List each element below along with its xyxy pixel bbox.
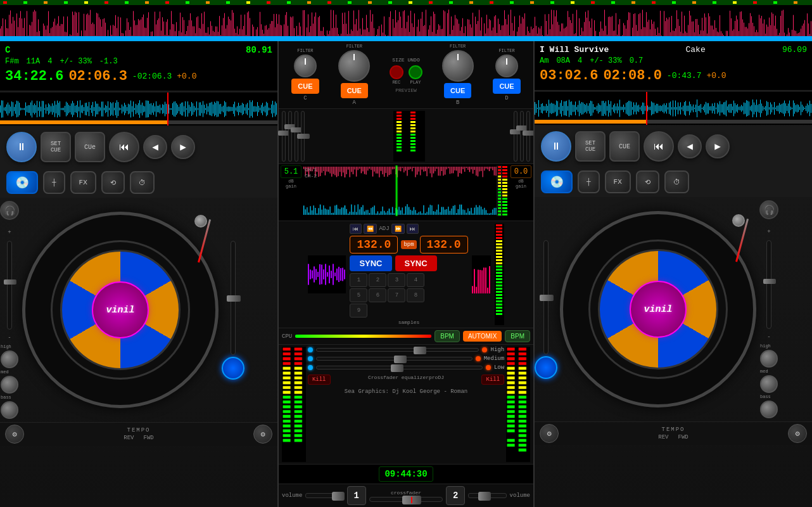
mixer-bpm-right-button[interactable]: BPM: [505, 330, 530, 342]
mixer-eq-high-thumb[interactable]: [414, 347, 426, 354]
deck-right-pitch-slider[interactable]: [543, 240, 549, 354]
mixer-filter-b-knob[interactable]: [442, 50, 474, 82]
mixer-fader-a[interactable]: [288, 111, 292, 162]
deck-left-loop-button[interactable]: ⟲: [101, 171, 125, 194]
mixer-eq-high-track[interactable]: [316, 348, 479, 352]
mixer-crossfader-thumb[interactable]: [402, 496, 421, 504]
mixer-filter-c-knob[interactable]: [294, 55, 317, 77]
mixer-fader-b2[interactable]: [520, 111, 524, 162]
mixer-pad-9[interactable]: 9: [350, 304, 367, 318]
mixer-fader-a3[interactable]: [301, 111, 305, 162]
deck-left-pitch-slider[interactable]: [231, 241, 236, 355]
mixer-pad-6[interactable]: 6: [369, 288, 386, 302]
mixer-cue-a-button[interactable]: CUE: [341, 83, 368, 98]
mixer-crossfader-track[interactable]: [369, 497, 443, 502]
mixer-automix-button[interactable]: AUTOMIX: [463, 331, 502, 342]
mixer-fader-d[interactable]: [526, 111, 530, 162]
deck-left-pitch-thumb[interactable]: [227, 295, 241, 302]
mixer-fader-b[interactable]: [514, 111, 517, 162]
mixer-eq-med-track[interactable]: [316, 357, 473, 361]
deck-left-eq-button[interactable]: ┼: [43, 171, 65, 194]
deck-left-fx-button[interactable]: FX: [70, 171, 96, 194]
deck-right-settings-button[interactable]: ⚙: [788, 424, 807, 443]
mixer-bpm-left-button[interactable]: BPM: [435, 330, 460, 342]
deck-right-pause-button[interactable]: ⏸: [541, 131, 571, 162]
deck-left-cue-button[interactable]: CUe: [75, 132, 105, 162]
deck-right-turntable[interactable]: vinil: [560, 211, 756, 408]
mixer-eq-low-right-knob[interactable]: [486, 365, 491, 370]
deck-left-next-button[interactable]: ▶: [171, 135, 195, 159]
deck-left-vinyl-button[interactable]: 💿: [6, 171, 38, 194]
deck-right-prev-button[interactable]: ◀: [678, 134, 702, 158]
deck-left-clock-button[interactable]: ⏱: [130, 171, 155, 194]
deck-right-pitch-thumb[interactable]: [540, 295, 554, 301]
mixer-fader-a3-thumb[interactable]: [297, 134, 310, 139]
deck-right-high-knob[interactable]: [760, 350, 778, 368]
mixer-eq-high-right-knob[interactable]: [482, 347, 487, 352]
mixer-adj-prev-button[interactable]: ⏮: [350, 224, 362, 234]
mixer-filter-d-knob[interactable]: [495, 55, 518, 77]
deck-left-rewind-button[interactable]: ⏮: [109, 132, 139, 162]
deck-right-vinyl-button[interactable]: 💿: [541, 170, 573, 193]
mixer-pad-5[interactable]: 5: [350, 288, 367, 302]
deck-left-volume-thumb[interactable]: [4, 279, 16, 285]
deck-right-rewind-button[interactable]: ⏮: [644, 131, 674, 162]
deck-right-cue-button[interactable]: CUE: [609, 131, 640, 162]
mixer-cue-b-button[interactable]: CUE: [444, 83, 471, 98]
mixer-pad-3[interactable]: 3: [388, 273, 405, 287]
deck-right-volume-thumb[interactable]: [763, 279, 776, 284]
mixer-sync-left-button[interactable]: SYNC: [350, 255, 391, 271]
deck-left-power-button[interactable]: ⚙: [5, 425, 24, 444]
mixer-play-button[interactable]: [409, 65, 422, 79]
mixer-volume-right-track[interactable]: [468, 493, 506, 498]
mixer-volume-left-thumb[interactable]: [332, 492, 345, 501]
deck-right-bass-knob[interactable]: [760, 401, 778, 418]
mixer-eq-med-knob[interactable]: [308, 356, 313, 361]
deck-right-fx-button[interactable]: FX: [605, 170, 631, 193]
deck-right-volume-slider[interactable]: [766, 240, 771, 329]
deck-right-power-button[interactable]: ⚙: [540, 424, 559, 443]
mixer-kill-right-button[interactable]: Kill: [481, 375, 504, 385]
deck-right-clock-button[interactable]: ⏱: [664, 170, 689, 193]
deck-left-pause-button[interactable]: ⏸: [6, 132, 37, 162]
mixer-cue-c-button[interactable]: CUE: [291, 79, 319, 94]
mixer-deck1-badge[interactable]: 1: [347, 486, 366, 505]
mixer-pad-1[interactable]: 1: [350, 273, 367, 287]
deck-left-pitch-reset-button[interactable]: [222, 357, 244, 380]
deck-left-high-knob[interactable]: [1, 350, 18, 368]
mixer-volume-left-track[interactable]: [305, 493, 343, 498]
deck-right-loop-button[interactable]: ⟲: [636, 170, 659, 193]
mixer-eq-high-knob[interactable]: [308, 347, 313, 352]
deck-right-headphone-button[interactable]: 🎧: [759, 200, 778, 219]
mixer-pad-2[interactable]: 2: [369, 273, 386, 287]
mixer-eq-med-right-knob[interactable]: [476, 356, 481, 361]
deck-right-set-cue-button[interactable]: SETCUE: [575, 131, 606, 162]
mixer-sync-right-button[interactable]: SYNC: [395, 255, 437, 271]
mixer-cue-d-button[interactable]: CUE: [493, 79, 520, 94]
deck-right-eq-button[interactable]: ┼: [578, 170, 600, 193]
deck-left-set-cue-button[interactable]: SETCUE: [41, 132, 71, 162]
deck-left-bass-knob[interactable]: [1, 401, 18, 419]
deck-left-prev-button[interactable]: ◀: [143, 135, 167, 159]
mixer-fader-c[interactable]: [282, 111, 286, 162]
deck-left-headphone-button[interactable]: 🎧: [0, 201, 19, 220]
deck-left-med-knob[interactable]: [1, 376, 18, 394]
mixer-eq-low-thumb[interactable]: [391, 364, 403, 372]
mixer-pad-8[interactable]: 8: [407, 288, 424, 302]
mixer-volume-right-thumb[interactable]: [478, 492, 491, 501]
mixer-adj-ff-button[interactable]: ⏩: [391, 224, 405, 234]
mixer-pad-7[interactable]: 7: [388, 288, 405, 302]
mixer-filter-a-knob[interactable]: [338, 50, 370, 82]
mixer-kill-left-button[interactable]: Kill: [308, 375, 331, 385]
mixer-adj-next-button[interactable]: ⏭: [407, 224, 419, 234]
deck-right-pitch-reset-button[interactable]: [535, 356, 557, 379]
deck-right-med-knob[interactable]: [760, 375, 778, 393]
mixer-deck2-badge[interactable]: 2: [446, 486, 465, 505]
deck-right-next-button[interactable]: ▶: [706, 134, 730, 158]
mixer-eq-low-track[interactable]: [316, 366, 483, 369]
deck-left-volume-slider[interactable]: [7, 241, 12, 330]
mixer-adj-rw-button[interactable]: ⏪: [364, 224, 377, 234]
mixer-rec-button[interactable]: [390, 65, 403, 79]
deck-left-settings-button[interactable]: ⚙: [253, 425, 272, 444]
mixer-eq-med-thumb[interactable]: [394, 356, 407, 363]
